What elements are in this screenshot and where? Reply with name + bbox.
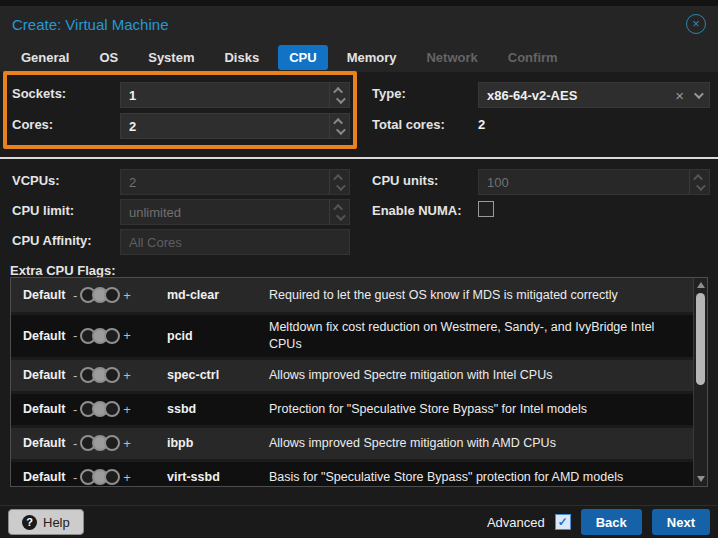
flag-name: ibpb: [167, 436, 269, 450]
minus-icon[interactable]: -: [73, 328, 77, 343]
table-row: Default - + virt-ssbd Basis for "Specula…: [11, 459, 695, 487]
sockets-spinner[interactable]: [329, 83, 349, 107]
enable-numa-checkbox[interactable]: [478, 201, 494, 217]
enable-numa-label: Enable NUMA:: [372, 203, 462, 218]
next-button[interactable]: Next: [652, 509, 710, 535]
flag-name: ssbd: [167, 402, 269, 416]
vcpus-spinner: [329, 170, 349, 194]
cpu-limit-spinner: [329, 200, 349, 224]
plus-icon[interactable]: +: [123, 368, 131, 383]
table-scrollbar[interactable]: [693, 278, 707, 486]
cpu-affinity-input: All Cores: [120, 229, 350, 255]
scrollbar-thumb[interactable]: [696, 293, 705, 385]
tab-disks[interactable]: Disks: [213, 45, 270, 70]
flag-description: Meltdown fix cost reduction on Westmere,…: [269, 315, 695, 357]
flag-on-radio[interactable]: [104, 367, 120, 383]
flag-description: Required to let the guest OS know if MDS…: [269, 283, 695, 308]
clear-icon[interactable]: ×: [675, 88, 684, 103]
table-row: Default - + ssbd Protection for "Specula…: [11, 391, 695, 425]
flag-default-label: Default: [11, 368, 73, 382]
flag-default-label: Default: [11, 470, 73, 484]
dialog-title: Create: Virtual Machine: [12, 16, 168, 33]
table-row: Default - + pcid Meltdown fix cost reduc…: [11, 312, 695, 357]
flag-tristate-slider[interactable]: - +: [73, 435, 167, 451]
cores-spinner[interactable]: [329, 114, 349, 138]
flag-description: Allows improved Spectre mitigation with …: [269, 431, 695, 456]
flag-name: md-clear: [167, 288, 269, 302]
flag-on-radio[interactable]: [104, 328, 120, 344]
advanced-checkbox[interactable]: ✓: [555, 514, 571, 530]
flag-default-label: Default: [11, 288, 73, 302]
flag-default-label: Default: [11, 329, 73, 343]
tab-general[interactable]: General: [10, 45, 80, 70]
flag-on-radio[interactable]: [104, 435, 120, 451]
cores-label: Cores:: [12, 117, 53, 132]
tab-network: Network: [415, 45, 488, 70]
extra-cpu-flags-label: Extra CPU Flags:: [10, 263, 115, 278]
minus-icon[interactable]: -: [73, 288, 77, 303]
cpu-flags-rows: Default - + md-clear Required to let the…: [11, 278, 695, 487]
minus-icon[interactable]: -: [73, 470, 77, 485]
flag-default-label: Default: [11, 436, 73, 450]
help-icon: ?: [22, 515, 37, 530]
flag-tristate-slider[interactable]: - +: [73, 469, 167, 485]
tab-confirm: Confirm: [497, 45, 569, 70]
cores-stepper[interactable]: 2: [120, 113, 350, 139]
dropdown-icon[interactable]: [694, 89, 704, 99]
flag-tristate-slider[interactable]: - +: [73, 287, 167, 303]
flag-description: Protection for "Speculative Store Bypass…: [269, 397, 695, 422]
cpu-affinity-label: CPU Affinity:: [12, 233, 92, 248]
close-icon[interactable]: ×: [686, 14, 706, 34]
cpu-type-label: Type:: [372, 86, 406, 101]
vcpus-value: 2: [121, 175, 329, 190]
section-divider: [0, 157, 718, 159]
cpu-limit-value: unlimited: [121, 205, 329, 220]
cpu-limit-label: CPU limit:: [12, 203, 74, 218]
flag-name: pcid: [167, 329, 269, 343]
footer-actions: Advanced ✓ Back Next: [487, 509, 718, 535]
cpu-type-combo-icons: ×: [675, 88, 709, 103]
dialog-footer: ? Help Advanced ✓ Back Next: [0, 505, 718, 538]
tab-os[interactable]: OS: [88, 45, 129, 70]
create-vm-dialog: Create: Virtual Machine × General OS Sys…: [0, 6, 718, 538]
back-button[interactable]: Back: [581, 509, 642, 535]
flag-name: spec-ctrl: [167, 368, 269, 382]
flag-on-radio[interactable]: [104, 401, 120, 417]
cpu-type-combobox[interactable]: x86-64-v2-AES ×: [478, 82, 710, 108]
flag-on-radio[interactable]: [104, 287, 120, 303]
flag-tristate-slider[interactable]: - +: [73, 367, 167, 383]
flag-description: Basis for "Speculative Store Bypass" pro…: [269, 465, 695, 487]
plus-icon[interactable]: +: [123, 470, 131, 485]
cores-value[interactable]: 2: [121, 119, 329, 134]
scroll-up-icon[interactable]: [697, 282, 705, 288]
cpu-units-label: CPU units:: [372, 173, 438, 188]
tab-memory[interactable]: Memory: [336, 45, 408, 70]
tab-cpu[interactable]: CPU: [278, 45, 327, 70]
plus-icon[interactable]: +: [123, 402, 131, 417]
cpu-units-value: 100: [479, 175, 689, 190]
screen: Create: Virtual Machine × General OS Sys…: [0, 0, 718, 538]
flag-on-radio[interactable]: [104, 469, 120, 485]
minus-icon[interactable]: -: [73, 436, 77, 451]
sockets-value[interactable]: 1: [121, 88, 329, 103]
sockets-label: Sockets:: [12, 86, 66, 101]
table-row: Default - + ibpb Allows improved Spectre…: [11, 425, 695, 459]
flag-tristate-slider[interactable]: - +: [73, 401, 167, 417]
sockets-stepper[interactable]: 1: [120, 82, 350, 108]
plus-icon[interactable]: +: [123, 328, 131, 343]
advanced-label: Advanced: [487, 515, 545, 530]
wizard-tab-bar: General OS System Disks CPU Memory Netwo…: [0, 42, 718, 72]
total-cores-value: 2: [478, 117, 485, 132]
cpu-type-value[interactable]: x86-64-v2-AES: [479, 88, 675, 103]
flag-tristate-slider[interactable]: - +: [73, 328, 167, 344]
cpu-limit-stepper: unlimited: [120, 199, 350, 225]
tab-system[interactable]: System: [137, 45, 205, 70]
help-button[interactable]: ? Help: [8, 509, 84, 535]
plus-icon[interactable]: +: [123, 436, 131, 451]
minus-icon[interactable]: -: [73, 368, 77, 383]
cpu-affinity-placeholder: All Cores: [121, 235, 349, 250]
plus-icon[interactable]: +: [123, 288, 131, 303]
scroll-down-icon[interactable]: [697, 476, 705, 482]
minus-icon[interactable]: -: [73, 402, 77, 417]
cpu-units-stepper: 100: [478, 169, 710, 195]
